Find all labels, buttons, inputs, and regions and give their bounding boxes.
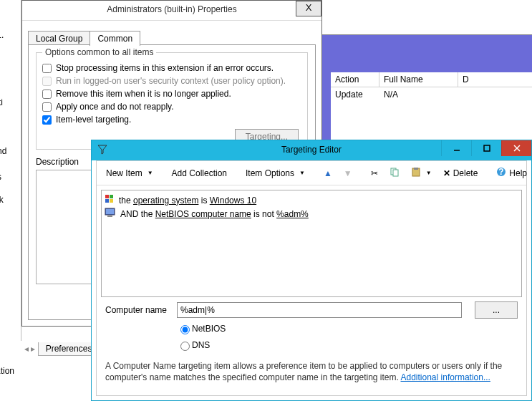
tree-item: ions <box>0 170 21 183</box>
minimize-button[interactable] <box>441 140 471 156</box>
item-options-button[interactable]: Item Options▼ <box>241 165 310 181</box>
chk-item-level-targeting[interactable] <box>42 115 52 125</box>
tree-item: Setti <box>0 96 21 109</box>
svg-rect-15 <box>106 209 114 214</box>
lbl-item-level: Item-level targeting. <box>56 115 131 125</box>
computer-name-input[interactable] <box>177 302 462 318</box>
computer-name-label: Computer name <box>105 305 170 315</box>
chk-apply-once[interactable] <box>42 102 52 112</box>
target-text: AND the NetBIOS computer name is not %ad… <box>120 209 309 219</box>
cut-button[interactable]: ✂ <box>366 165 383 181</box>
options-legend: Options common to all items <box>42 47 156 57</box>
targeting-titlebar[interactable]: Targeting Editor <box>92 140 531 160</box>
help-button[interactable]: ?Help <box>491 164 532 182</box>
col-fullname[interactable]: Full Name <box>379 72 458 87</box>
svg-rect-16 <box>107 216 112 217</box>
additional-info-link[interactable]: Additional information... <box>401 372 490 382</box>
lbl-remove: Remove this item when it is no longer ap… <box>56 89 231 99</box>
admin-title: Administrators (built-in) Properties <box>22 4 321 14</box>
dropdown-icon: ▼ <box>147 170 153 176</box>
maximize-button[interactable] <box>471 140 501 156</box>
tree-item: es <box>0 109 21 122</box>
help-text: A Computer Name targeting item allows a … <box>105 360 518 383</box>
radio-netbios[interactable] <box>180 325 190 334</box>
add-collection-button[interactable]: Add Collection <box>167 165 232 181</box>
lbl-apply-once: Apply once and do not reapply. <box>56 102 174 112</box>
svg-rect-12 <box>105 199 109 203</box>
tree-item: s and <box>0 145 21 158</box>
tree-item: otio <box>0 158 21 170</box>
arrow-down-icon: ▼ <box>344 168 352 178</box>
target-text: the operating system is Windows 10 <box>119 195 256 206</box>
tree-item: ons <box>0 132 21 145</box>
svg-rect-1 <box>484 145 490 151</box>
paste-icon <box>411 167 421 179</box>
radio-dns-label[interactable]: DNS <box>177 339 210 351</box>
chk-stop-processing[interactable] <box>42 64 52 73</box>
gpo-tree-fragment: C01. ion ngs Setti es ons s and otio ion… <box>0 0 21 341</box>
target-item-computer-name[interactable]: AND the NetBIOS computer name is not %ad… <box>105 207 518 221</box>
dropdown-icon: ▼ <box>426 170 432 176</box>
col-action[interactable]: Action <box>331 72 379 87</box>
cell-action: Update <box>331 87 379 102</box>
targeting-editor-dialog: Targeting Editor New Item▼ Add Collectio… <box>91 140 532 401</box>
help-icon: ? <box>496 167 506 179</box>
radio-netbios-label[interactable]: NetBIOS <box>177 323 226 334</box>
results-header: Action Full Name D <box>331 72 532 87</box>
dropdown-icon: ▼ <box>299 170 305 176</box>
copy-button[interactable] <box>385 164 405 182</box>
cell-fullname: N/A <box>379 87 458 102</box>
computer-icon <box>105 208 116 220</box>
move-up-button[interactable]: ▲ <box>319 165 337 181</box>
svg-rect-11 <box>110 195 113 198</box>
new-item-button[interactable]: New Item▼ <box>101 165 158 181</box>
copy-icon <box>390 167 400 179</box>
tree-item: ngs <box>0 83 21 96</box>
delete-icon: ✕ <box>443 168 450 178</box>
tree-item: ion <box>0 42 21 54</box>
tree-item: Task <box>0 193 21 206</box>
bottom-tabs: ◂ ▸ Preferences <box>24 342 100 357</box>
arrow-up-icon: ▲ <box>324 168 332 178</box>
tree-item: C01. <box>0 29 21 42</box>
browse-button[interactable]: ... <box>475 301 518 319</box>
lbl-run: Run in logged-on user's security context… <box>56 76 286 86</box>
col-d[interactable]: D <box>458 72 532 87</box>
targeting-tree[interactable]: the operating system is Windows 10 AND t… <box>101 190 522 297</box>
chk-run-context <box>42 77 52 86</box>
targeting-toolbar: New Item▼ Add Collection Item Options▼ ▲… <box>97 161 526 185</box>
results-row[interactable]: Update N/A <box>331 87 532 102</box>
windows-icon <box>105 194 115 206</box>
close-button[interactable]: X <box>296 1 321 16</box>
svg-rect-10 <box>105 195 109 198</box>
svg-text:?: ? <box>499 167 504 177</box>
cut-icon: ✂ <box>371 168 378 178</box>
chk-remove-item[interactable] <box>42 90 52 99</box>
svg-rect-13 <box>110 199 113 203</box>
close-button[interactable] <box>501 140 531 156</box>
tab-common[interactable]: Common <box>90 31 140 46</box>
delete-button[interactable]: ✕Delete <box>438 165 483 181</box>
move-down-button[interactable]: ▼ <box>339 165 357 181</box>
admin-titlebar[interactable]: Administrators (built-in) Properties X <box>22 1 321 21</box>
lbl-stop: Stop processing items in this extension … <box>56 63 274 73</box>
target-item-os[interactable]: the operating system is Windows 10 <box>105 193 518 207</box>
svg-rect-7 <box>414 168 418 170</box>
bottom-list-fragment: rmation uler <box>0 365 14 388</box>
tab-local-group[interactable]: Local Group <box>28 31 90 46</box>
svg-rect-5 <box>393 170 398 176</box>
paste-button[interactable]: ▼ <box>406 164 437 182</box>
radio-dns[interactable] <box>180 342 190 351</box>
gpo-tree-items: C01. ion ngs Setti es ons s and otio ion… <box>0 29 21 206</box>
